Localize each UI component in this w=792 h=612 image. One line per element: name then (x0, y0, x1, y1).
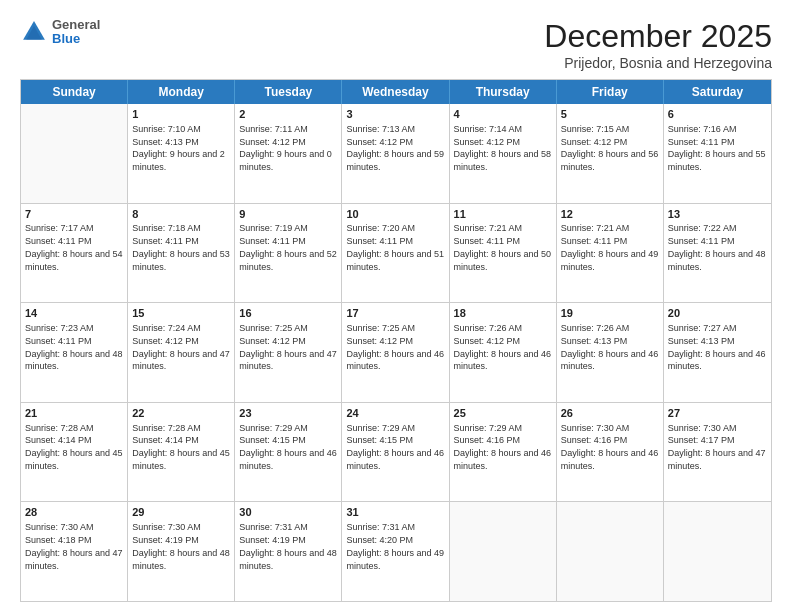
calendar-row-0: 1Sunrise: 7:10 AM Sunset: 4:13 PM Daylig… (21, 104, 771, 204)
header: General Blue December 2025 Prijedor, Bos… (20, 18, 772, 71)
cell-sun-info: Sunrise: 7:26 AM Sunset: 4:13 PM Dayligh… (561, 323, 661, 371)
day-number: 11 (454, 207, 552, 222)
day-number: 25 (454, 406, 552, 421)
calendar-cell-0-2: 2Sunrise: 7:11 AM Sunset: 4:12 PM Daylig… (235, 104, 342, 203)
cell-sun-info: Sunrise: 7:30 AM Sunset: 4:16 PM Dayligh… (561, 423, 661, 471)
cell-sun-info: Sunrise: 7:13 AM Sunset: 4:12 PM Dayligh… (346, 124, 446, 172)
header-day-thursday: Thursday (450, 80, 557, 104)
header-day-saturday: Saturday (664, 80, 771, 104)
calendar-cell-2-1: 15Sunrise: 7:24 AM Sunset: 4:12 PM Dayli… (128, 303, 235, 402)
cell-sun-info: Sunrise: 7:29 AM Sunset: 4:15 PM Dayligh… (346, 423, 446, 471)
day-number: 9 (239, 207, 337, 222)
calendar-row-2: 14Sunrise: 7:23 AM Sunset: 4:11 PM Dayli… (21, 303, 771, 403)
calendar-cell-3-1: 22Sunrise: 7:28 AM Sunset: 4:14 PM Dayli… (128, 403, 235, 502)
cell-sun-info: Sunrise: 7:22 AM Sunset: 4:11 PM Dayligh… (668, 223, 768, 271)
logo-blue-text: Blue (52, 32, 100, 46)
calendar-row-4: 28Sunrise: 7:30 AM Sunset: 4:18 PM Dayli… (21, 502, 771, 601)
day-number: 1 (132, 107, 230, 122)
calendar-cell-1-1: 8Sunrise: 7:18 AM Sunset: 4:11 PM Daylig… (128, 204, 235, 303)
day-number: 7 (25, 207, 123, 222)
day-number: 4 (454, 107, 552, 122)
calendar-cell-1-4: 11Sunrise: 7:21 AM Sunset: 4:11 PM Dayli… (450, 204, 557, 303)
calendar-cell-4-6 (664, 502, 771, 601)
cell-sun-info: Sunrise: 7:24 AM Sunset: 4:12 PM Dayligh… (132, 323, 232, 371)
cell-sun-info: Sunrise: 7:30 AM Sunset: 4:19 PM Dayligh… (132, 522, 232, 570)
header-day-monday: Monday (128, 80, 235, 104)
day-number: 16 (239, 306, 337, 321)
cell-sun-info: Sunrise: 7:21 AM Sunset: 4:11 PM Dayligh… (454, 223, 554, 271)
calendar-cell-0-4: 4Sunrise: 7:14 AM Sunset: 4:12 PM Daylig… (450, 104, 557, 203)
day-number: 22 (132, 406, 230, 421)
title-section: December 2025 Prijedor, Bosnia and Herze… (544, 18, 772, 71)
calendar-cell-0-0 (21, 104, 128, 203)
cell-sun-info: Sunrise: 7:29 AM Sunset: 4:16 PM Dayligh… (454, 423, 554, 471)
calendar-row-1: 7Sunrise: 7:17 AM Sunset: 4:11 PM Daylig… (21, 204, 771, 304)
day-number: 21 (25, 406, 123, 421)
cell-sun-info: Sunrise: 7:29 AM Sunset: 4:15 PM Dayligh… (239, 423, 339, 471)
calendar-cell-3-5: 26Sunrise: 7:30 AM Sunset: 4:16 PM Dayli… (557, 403, 664, 502)
calendar-cell-2-2: 16Sunrise: 7:25 AM Sunset: 4:12 PM Dayli… (235, 303, 342, 402)
logo: General Blue (20, 18, 100, 47)
logo-text: General Blue (52, 18, 100, 47)
day-number: 20 (668, 306, 767, 321)
calendar-cell-2-6: 20Sunrise: 7:27 AM Sunset: 4:13 PM Dayli… (664, 303, 771, 402)
day-number: 6 (668, 107, 767, 122)
calendar-cell-1-2: 9Sunrise: 7:19 AM Sunset: 4:11 PM Daylig… (235, 204, 342, 303)
day-number: 18 (454, 306, 552, 321)
calendar-cell-0-1: 1Sunrise: 7:10 AM Sunset: 4:13 PM Daylig… (128, 104, 235, 203)
calendar-cell-1-3: 10Sunrise: 7:20 AM Sunset: 4:11 PM Dayli… (342, 204, 449, 303)
day-number: 8 (132, 207, 230, 222)
day-number: 24 (346, 406, 444, 421)
day-number: 23 (239, 406, 337, 421)
calendar-cell-2-4: 18Sunrise: 7:26 AM Sunset: 4:12 PM Dayli… (450, 303, 557, 402)
calendar-cell-2-3: 17Sunrise: 7:25 AM Sunset: 4:12 PM Dayli… (342, 303, 449, 402)
page: General Blue December 2025 Prijedor, Bos… (0, 0, 792, 612)
day-number: 29 (132, 505, 230, 520)
calendar-cell-4-2: 30Sunrise: 7:31 AM Sunset: 4:19 PM Dayli… (235, 502, 342, 601)
cell-sun-info: Sunrise: 7:25 AM Sunset: 4:12 PM Dayligh… (346, 323, 446, 371)
cell-sun-info: Sunrise: 7:16 AM Sunset: 4:11 PM Dayligh… (668, 124, 768, 172)
day-number: 13 (668, 207, 767, 222)
calendar-body: 1Sunrise: 7:10 AM Sunset: 4:13 PM Daylig… (21, 104, 771, 601)
header-day-wednesday: Wednesday (342, 80, 449, 104)
calendar-cell-2-5: 19Sunrise: 7:26 AM Sunset: 4:13 PM Dayli… (557, 303, 664, 402)
cell-sun-info: Sunrise: 7:27 AM Sunset: 4:13 PM Dayligh… (668, 323, 768, 371)
calendar-cell-4-3: 31Sunrise: 7:31 AM Sunset: 4:20 PM Dayli… (342, 502, 449, 601)
calendar-cell-3-0: 21Sunrise: 7:28 AM Sunset: 4:14 PM Dayli… (21, 403, 128, 502)
calendar: SundayMondayTuesdayWednesdayThursdayFrid… (20, 79, 772, 602)
cell-sun-info: Sunrise: 7:18 AM Sunset: 4:11 PM Dayligh… (132, 223, 232, 271)
calendar-cell-4-4 (450, 502, 557, 601)
cell-sun-info: Sunrise: 7:28 AM Sunset: 4:14 PM Dayligh… (132, 423, 232, 471)
header-day-sunday: Sunday (21, 80, 128, 104)
cell-sun-info: Sunrise: 7:19 AM Sunset: 4:11 PM Dayligh… (239, 223, 339, 271)
cell-sun-info: Sunrise: 7:28 AM Sunset: 4:14 PM Dayligh… (25, 423, 125, 471)
calendar-cell-3-6: 27Sunrise: 7:30 AM Sunset: 4:17 PM Dayli… (664, 403, 771, 502)
calendar-header: SundayMondayTuesdayWednesdayThursdayFrid… (21, 80, 771, 104)
day-number: 31 (346, 505, 444, 520)
calendar-cell-1-6: 13Sunrise: 7:22 AM Sunset: 4:11 PM Dayli… (664, 204, 771, 303)
main-title: December 2025 (544, 18, 772, 55)
day-number: 17 (346, 306, 444, 321)
calendar-cell-2-0: 14Sunrise: 7:23 AM Sunset: 4:11 PM Dayli… (21, 303, 128, 402)
calendar-cell-4-1: 29Sunrise: 7:30 AM Sunset: 4:19 PM Dayli… (128, 502, 235, 601)
day-number: 27 (668, 406, 767, 421)
day-number: 15 (132, 306, 230, 321)
cell-sun-info: Sunrise: 7:30 AM Sunset: 4:18 PM Dayligh… (25, 522, 125, 570)
day-number: 12 (561, 207, 659, 222)
cell-sun-info: Sunrise: 7:20 AM Sunset: 4:11 PM Dayligh… (346, 223, 446, 271)
header-day-tuesday: Tuesday (235, 80, 342, 104)
cell-sun-info: Sunrise: 7:14 AM Sunset: 4:12 PM Dayligh… (454, 124, 554, 172)
cell-sun-info: Sunrise: 7:23 AM Sunset: 4:11 PM Dayligh… (25, 323, 125, 371)
cell-sun-info: Sunrise: 7:11 AM Sunset: 4:12 PM Dayligh… (239, 124, 334, 172)
day-number: 30 (239, 505, 337, 520)
calendar-cell-4-0: 28Sunrise: 7:30 AM Sunset: 4:18 PM Dayli… (21, 502, 128, 601)
calendar-cell-1-5: 12Sunrise: 7:21 AM Sunset: 4:11 PM Dayli… (557, 204, 664, 303)
day-number: 2 (239, 107, 337, 122)
cell-sun-info: Sunrise: 7:25 AM Sunset: 4:12 PM Dayligh… (239, 323, 339, 371)
logo-icon (20, 18, 48, 46)
logo-general-text: General (52, 18, 100, 32)
day-number: 26 (561, 406, 659, 421)
calendar-cell-4-5 (557, 502, 664, 601)
cell-sun-info: Sunrise: 7:30 AM Sunset: 4:17 PM Dayligh… (668, 423, 768, 471)
calendar-cell-1-0: 7Sunrise: 7:17 AM Sunset: 4:11 PM Daylig… (21, 204, 128, 303)
